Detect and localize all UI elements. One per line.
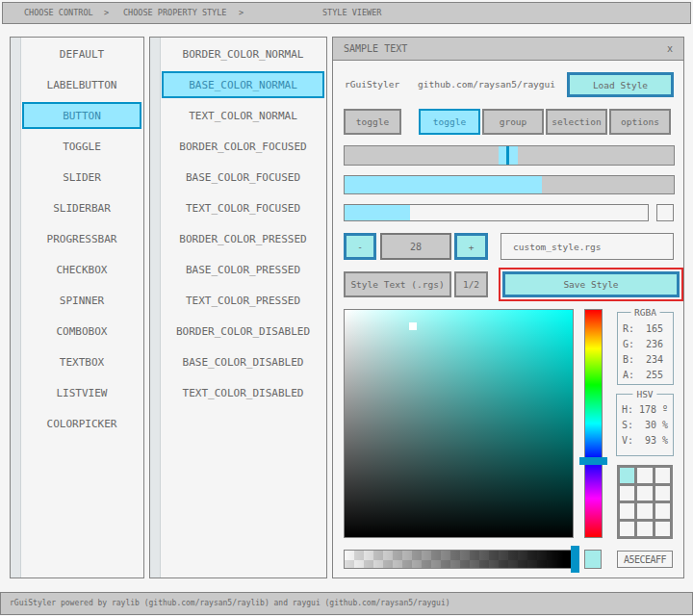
spinner-decrease-button[interactable]: - [344, 233, 376, 260]
sample-window-title: SAMPLE TEXT [344, 43, 407, 54]
property-item-text-color-pressed[interactable]: TEXT_COLOR_PRESSED [162, 287, 324, 314]
sample-slider[interactable] [344, 145, 675, 166]
style-filename-input[interactable]: custom_style.rgs [500, 233, 674, 260]
rgba-groupbox: RGBA R: 165 G: 236 B: 234 A: 255 [617, 312, 674, 385]
hsv-groupbox-title: HSV [632, 389, 656, 399]
property-item-base-color-focused[interactable]: BASE_COLOR_FOCUSED [162, 164, 324, 191]
control-item-labelbutton[interactable]: LABELBUTTON [22, 71, 141, 98]
property-item-border-color-focused[interactable]: BORDER_COLOR_FOCUSED [162, 133, 324, 160]
properties-list-items: BORDER_COLOR_NORMAL BASE_COLOR_NORMAL TE… [162, 40, 324, 406]
breadcrumb: CHOOSE CONTROL > CHOOSE PROPERTY STYLE >… [2, 2, 691, 24]
sample-window-titlebar[interactable]: SAMPLE TEXT x [333, 38, 683, 61]
hsv-value-h: 178 º [639, 404, 668, 415]
load-style-button[interactable]: Load Style [567, 72, 674, 97]
current-color-swatch [584, 550, 602, 569]
saved-color-cell[interactable] [655, 503, 670, 519]
save-style-button[interactable]: Save Style [502, 271, 680, 297]
hue-bar[interactable] [584, 309, 603, 538]
control-item-toggle[interactable]: TOGGLE [22, 133, 141, 160]
property-item-base-color-normal-selected[interactable]: BASE_COLOR_NORMAL [162, 71, 324, 98]
rgba-row-b: B: 234 [623, 352, 663, 367]
alpha-handle[interactable] [571, 546, 579, 573]
rgba-value-g: 236 [646, 339, 663, 349]
hsv-value-v: 93 % [645, 435, 668, 446]
property-item-text-color-normal[interactable]: TEXT_COLOR_NORMAL [162, 102, 324, 129]
brand-label: rGuiStyler [345, 72, 399, 97]
breadcrumb-step-choose-property-style: CHOOSE PROPERTY STYLE [123, 3, 226, 23]
property-item-border-color-disabled[interactable]: BORDER_COLOR_DISABLED [162, 318, 324, 345]
rgba-value-b: 234 [646, 354, 663, 365]
pager-button[interactable]: 1/2 [454, 271, 488, 297]
hsv-row-s: S: 30 % [622, 418, 668, 432]
properties-list-scrollbar[interactable] [150, 38, 161, 578]
control-item-progressbar[interactable]: PROGRESSBAR [22, 225, 141, 252]
slider-handle[interactable] [499, 146, 518, 165]
control-item-spinner[interactable]: SPINNER [22, 287, 141, 314]
sample-sliderbar[interactable] [344, 175, 675, 194]
property-item-text-color-focused[interactable]: TEXT_COLOR_FOCUSED [162, 194, 324, 221]
saved-color-cell[interactable] [655, 486, 670, 501]
alpha-bar[interactable] [344, 550, 574, 569]
saved-colors-grid [617, 465, 673, 539]
sliderbar-fill [345, 176, 542, 193]
sample-checkbox[interactable] [656, 204, 674, 221]
control-item-button-selected[interactable]: BUTTON [22, 102, 141, 129]
saved-color-cell[interactable] [655, 522, 670, 537]
saved-color-cell[interactable] [620, 522, 634, 537]
control-item-combobox[interactable]: COMBOBOX [22, 318, 141, 345]
toggle-group-item-group[interactable]: group [482, 109, 544, 135]
rgba-row-a: A: 255 [623, 368, 663, 382]
sample-window: SAMPLE TEXT x rGuiStyler github.com/rays… [332, 37, 684, 578]
hsv-label-v: V: [622, 435, 633, 446]
saved-color-cell-current[interactable] [620, 468, 634, 483]
hsv-value-s: 30 % [645, 420, 668, 430]
rgba-label-b: B: [623, 354, 634, 365]
saved-color-cell[interactable] [637, 468, 652, 483]
controls-list-scrollbar[interactable] [11, 38, 21, 578]
rgba-value-r: 165 [646, 323, 663, 334]
control-item-colorpicker[interactable]: COLORPICKER [22, 410, 141, 437]
control-item-listview[interactable]: LISTVIEW [22, 379, 141, 406]
saved-color-cell[interactable] [620, 486, 634, 501]
toggle-group-item-options[interactable]: options [609, 109, 671, 135]
control-item-textbox[interactable]: TEXTBOX [22, 348, 141, 375]
property-item-border-color-normal[interactable]: BORDER_COLOR_NORMAL [162, 40, 324, 67]
toggle-group-item-toggle-active[interactable]: toggle [419, 109, 480, 135]
saved-color-cell[interactable] [620, 503, 634, 519]
sample-progressbar [344, 204, 649, 221]
property-item-base-color-disabled[interactable]: BASE_COLOR_DISABLED [162, 348, 324, 375]
hsv-row-v: V: 93 % [622, 433, 668, 448]
style-text-button[interactable]: Style Text (.rgs) [344, 271, 451, 297]
controls-list: DEFAULT LABELBUTTON BUTTON TOGGLE SLIDER… [10, 37, 144, 578]
close-icon[interactable]: x [667, 43, 673, 54]
saved-color-cell[interactable] [655, 468, 670, 483]
property-item-base-color-pressed[interactable]: BASE_COLOR_PRESSED [162, 256, 324, 283]
saved-color-cell[interactable] [637, 503, 652, 519]
rguistyler-app: CHOOSE CONTROL > CHOOSE PROPERTY STYLE >… [0, 0, 693, 616]
sample-toggle[interactable]: toggle [344, 109, 401, 135]
rgba-row-r: R: 165 [623, 321, 663, 336]
control-item-checkbox[interactable]: CHECKBOX [22, 256, 141, 283]
rgba-label-r: R: [623, 323, 634, 334]
spinner-value-box[interactable]: 28 [380, 233, 451, 260]
saved-color-cell[interactable] [637, 486, 652, 501]
control-item-slider[interactable]: SLIDER [22, 164, 141, 191]
spinner-increase-button[interactable]: + [454, 233, 488, 260]
property-item-border-color-pressed[interactable]: BORDER_COLOR_PRESSED [162, 225, 324, 252]
hsv-row-h: H: 178 º [622, 402, 668, 417]
control-item-sliderbar[interactable]: SLIDERBAR [22, 194, 141, 221]
hex-color-input[interactable]: A5ECEAFF [617, 551, 673, 568]
hue-handle[interactable] [579, 457, 607, 465]
properties-list: BORDER_COLOR_NORMAL BASE_COLOR_NORMAL TE… [149, 37, 327, 578]
saved-color-cell[interactable] [637, 522, 652, 537]
hsv-label-s: S: [622, 420, 633, 430]
control-item-default[interactable]: DEFAULT [22, 40, 141, 67]
rgba-label-g: G: [623, 339, 634, 349]
color-selector-cursor[interactable] [409, 322, 417, 330]
rgba-row-g: G: 236 [623, 337, 663, 351]
breadcrumb-separator-icon: > [239, 3, 244, 23]
color-saturation-value-panel[interactable] [344, 309, 574, 538]
toggle-group-item-selection[interactable]: selection [546, 109, 607, 135]
property-item-text-color-disabled[interactable]: TEXT_COLOR_DISABLED [162, 379, 324, 406]
rgba-value-a: 255 [646, 370, 663, 380]
